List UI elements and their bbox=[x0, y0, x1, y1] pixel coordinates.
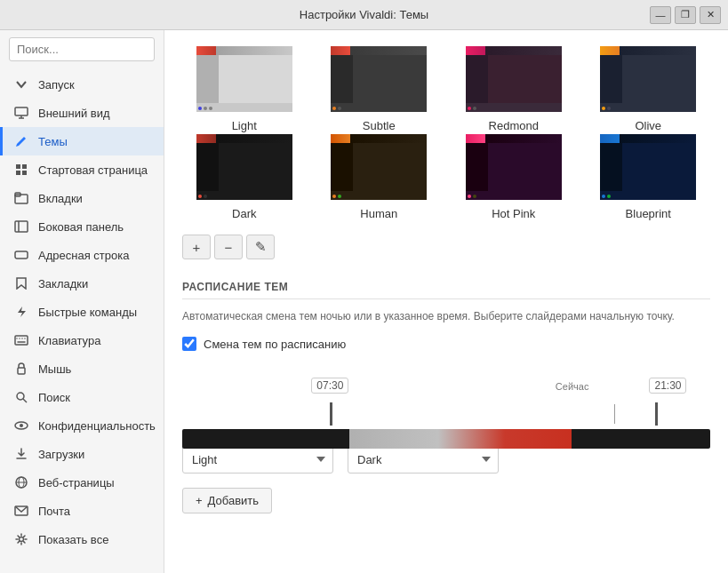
sidebar-item-label: Темы bbox=[38, 135, 68, 148]
sidebar-item-label: Веб-страницы bbox=[38, 476, 115, 489]
svg-rect-3 bbox=[16, 164, 20, 169]
theme-preview-dark bbox=[195, 132, 294, 202]
minimize-button[interactable]: — bbox=[650, 6, 671, 24]
sidebar-item-mouse[interactable]: Мышь bbox=[0, 354, 164, 383]
theme-light-dropdown[interactable]: Light Subtle Redmond Olive Dark Human Ho… bbox=[182, 445, 333, 474]
time-now-label: Сейчас bbox=[556, 381, 589, 392]
search-input[interactable] bbox=[9, 37, 155, 61]
svg-rect-9 bbox=[15, 221, 28, 232]
search-icon bbox=[13, 389, 29, 405]
sidebar-item-mail[interactable]: Почта bbox=[0, 497, 164, 525]
schedule-section: РАСПИСАНИЕ ТЕМ Автоматическая смена тем … bbox=[182, 281, 710, 513]
theme-actions: + − ✎ bbox=[182, 235, 710, 259]
svg-rect-11 bbox=[15, 251, 28, 259]
title-bar: Настройки Vivaldi: Темы — ❐ ✕ bbox=[0, 0, 728, 30]
add-schedule-button[interactable]: + Добавить bbox=[182, 488, 272, 513]
timeline-dark-segment-1 bbox=[182, 429, 349, 449]
svg-point-22 bbox=[20, 424, 23, 427]
remove-theme-button[interactable]: − bbox=[214, 235, 243, 259]
schedule-checkbox-label[interactable]: Смена тем по расписанию bbox=[204, 338, 346, 351]
close-button[interactable]: ✕ bbox=[700, 6, 721, 24]
lock-icon bbox=[13, 361, 29, 377]
sidebar-item-label: Показать все bbox=[38, 533, 108, 546]
sidebar-item-label: Адресная строка bbox=[38, 249, 129, 262]
sidebar-item-tabs[interactable]: Вкладки bbox=[0, 184, 164, 212]
sidebar-item-privacy[interactable]: Конфиденциальность bbox=[0, 411, 164, 440]
themes-grid: Light Subtle bbox=[182, 44, 710, 220]
bookmark-icon bbox=[13, 275, 29, 291]
sidebar-item-show-all[interactable]: Показать все bbox=[0, 525, 164, 553]
theme-preview-subtle bbox=[329, 44, 428, 114]
theme-blueprint[interactable]: Blueprint bbox=[587, 132, 711, 220]
sidebar-item-label: Закладки bbox=[38, 277, 88, 290]
theme-preview-blueprint bbox=[598, 132, 698, 202]
lightning-icon bbox=[13, 304, 29, 320]
monitor-icon bbox=[13, 105, 29, 121]
theme-olive[interactable]: Olive bbox=[587, 44, 711, 132]
theme-preview-human bbox=[329, 132, 428, 202]
svg-rect-6 bbox=[22, 171, 27, 175]
theme-preview-redmond bbox=[464, 44, 564, 114]
svg-rect-18 bbox=[18, 368, 25, 374]
svg-point-28 bbox=[20, 537, 24, 542]
keyboard-icon bbox=[13, 332, 29, 348]
theme-subtle[interactable]: Subtle bbox=[317, 44, 442, 132]
edit-theme-button[interactable]: ✎ bbox=[246, 235, 275, 259]
sidebar-item-label: Мышь bbox=[38, 362, 71, 376]
schedule-description: Автоматическая смена тем ночью или в ука… bbox=[182, 308, 710, 324]
window-controls: — ❐ ✕ bbox=[650, 6, 721, 24]
timeline-slider-start[interactable] bbox=[330, 402, 332, 426]
sidebar-item-start-page[interactable]: Стартовая страница bbox=[0, 155, 164, 184]
pencil-icon bbox=[13, 133, 29, 149]
chevron-down-icon bbox=[13, 76, 29, 92]
address-icon bbox=[13, 247, 29, 263]
checkbox-row: Смена тем по расписанию bbox=[182, 337, 710, 351]
theme-preview-hotpink bbox=[464, 132, 564, 202]
sidebar-item-quick-commands[interactable]: Быстрые команды bbox=[0, 298, 164, 326]
sidebar-item-address-bar[interactable]: Адресная строка bbox=[0, 241, 164, 269]
sidebar-icon bbox=[13, 219, 29, 235]
sidebar-item-keyboard[interactable]: Клавиатура bbox=[0, 326, 164, 354]
timeline-dark-segment-2 bbox=[572, 429, 710, 449]
sidebar-item-themes[interactable]: Темы bbox=[0, 127, 164, 155]
add-theme-button[interactable]: + bbox=[182, 235, 211, 259]
sidebar-item-sidebar-panel[interactable]: Боковая панель bbox=[0, 212, 164, 241]
svg-rect-4 bbox=[22, 164, 27, 169]
sidebar-item-webpages[interactable]: Веб-страницы bbox=[0, 468, 164, 497]
theme-name-human: Human bbox=[360, 207, 397, 220]
window-title: Настройки Vivaldi: Темы bbox=[78, 8, 650, 21]
globe-icon bbox=[13, 474, 29, 490]
sidebar-item-search[interactable]: Поиск bbox=[0, 383, 164, 411]
theme-hotpink[interactable]: Hot Pink bbox=[452, 132, 576, 220]
theme-light[interactable]: Light bbox=[182, 44, 307, 132]
svg-line-20 bbox=[23, 399, 27, 402]
sidebar-item-label: Почта bbox=[38, 505, 70, 518]
theme-dark-dropdown[interactable]: Dark Light Subtle Redmond Olive Human Ho… bbox=[348, 445, 499, 474]
timeline-now-marker bbox=[614, 404, 615, 424]
svg-rect-5 bbox=[16, 171, 20, 175]
sidebar-item-downloads[interactable]: Загрузки bbox=[0, 440, 164, 468]
search-box[interactable] bbox=[9, 37, 155, 61]
sidebar-item-appearance[interactable]: Внешний вид bbox=[0, 99, 164, 127]
main-layout: Запуск Внешний вид Темы Стартовая страни… bbox=[0, 30, 728, 573]
schedule-checkbox[interactable] bbox=[182, 337, 196, 351]
theme-redmond[interactable]: Redmond bbox=[452, 44, 576, 132]
theme-name-olive: Olive bbox=[635, 119, 661, 132]
maximize-button[interactable]: ❐ bbox=[675, 6, 696, 24]
sidebar-item-startup[interactable]: Запуск bbox=[0, 70, 164, 99]
download-icon bbox=[13, 446, 29, 462]
timeline-bar bbox=[182, 429, 710, 449]
time-end-label: 21:30 bbox=[649, 378, 686, 394]
timeline-slider-end[interactable] bbox=[655, 402, 658, 426]
content-area: Light Subtle bbox=[164, 30, 728, 573]
sidebar-item-label: Боковая панель bbox=[38, 220, 124, 234]
sidebar-item-bookmarks[interactable]: Закладки bbox=[0, 269, 164, 298]
theme-human[interactable]: Human bbox=[317, 132, 442, 220]
sidebar-item-label: Вкладки bbox=[38, 192, 83, 205]
theme-name-subtle: Subtle bbox=[363, 119, 396, 132]
sidebar-item-label: Запуск bbox=[38, 78, 75, 92]
theme-dark[interactable]: Dark bbox=[182, 132, 307, 220]
theme-name-hotpink: Hot Pink bbox=[492, 207, 535, 220]
sidebar-item-label: Клавиатура bbox=[38, 334, 100, 347]
theme-name-redmond: Redmond bbox=[489, 119, 539, 132]
